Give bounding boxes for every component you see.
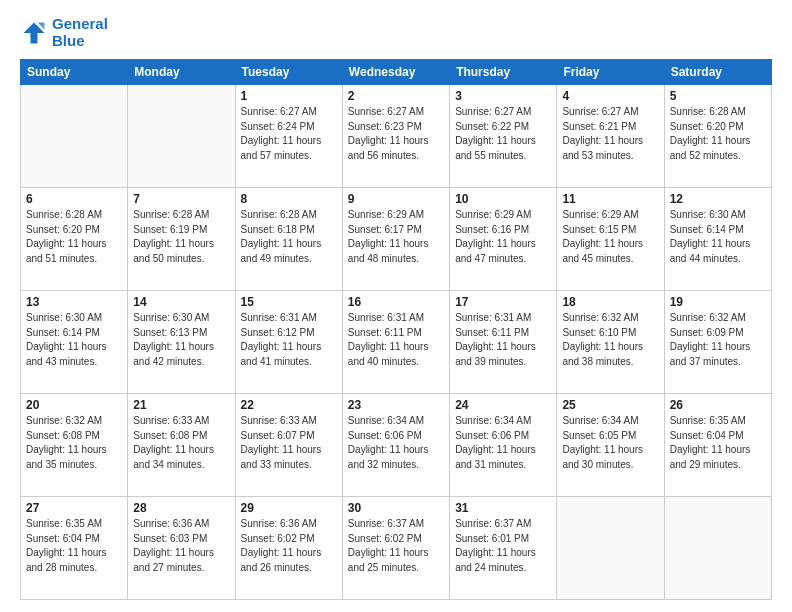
calendar-cell: 9Sunrise: 6:29 AM Sunset: 6:17 PM Daylig… — [342, 188, 449, 291]
calendar-cell: 24Sunrise: 6:34 AM Sunset: 6:06 PM Dayli… — [450, 394, 557, 497]
calendar-cell: 3Sunrise: 6:27 AM Sunset: 6:22 PM Daylig… — [450, 85, 557, 188]
day-number: 5 — [670, 89, 766, 103]
day-number: 6 — [26, 192, 122, 206]
day-number: 2 — [348, 89, 444, 103]
day-info: Sunrise: 6:28 AM Sunset: 6:20 PM Dayligh… — [670, 105, 766, 163]
day-number: 14 — [133, 295, 229, 309]
logo: General Blue — [20, 16, 108, 49]
day-number: 7 — [133, 192, 229, 206]
header-row: SundayMondayTuesdayWednesdayThursdayFrid… — [21, 60, 772, 85]
calendar-cell — [557, 497, 664, 600]
header-day: Saturday — [664, 60, 771, 85]
calendar-cell — [664, 497, 771, 600]
header-day: Thursday — [450, 60, 557, 85]
day-info: Sunrise: 6:27 AM Sunset: 6:21 PM Dayligh… — [562, 105, 658, 163]
calendar-cell: 11Sunrise: 6:29 AM Sunset: 6:15 PM Dayli… — [557, 188, 664, 291]
day-info: Sunrise: 6:33 AM Sunset: 6:07 PM Dayligh… — [241, 414, 337, 472]
page: General Blue SundayMondayTuesdayWednesda… — [0, 0, 792, 612]
calendar-cell: 26Sunrise: 6:35 AM Sunset: 6:04 PM Dayli… — [664, 394, 771, 497]
day-info: Sunrise: 6:29 AM Sunset: 6:16 PM Dayligh… — [455, 208, 551, 266]
day-info: Sunrise: 6:31 AM Sunset: 6:11 PM Dayligh… — [348, 311, 444, 369]
calendar-cell: 20Sunrise: 6:32 AM Sunset: 6:08 PM Dayli… — [21, 394, 128, 497]
calendar-body: 1Sunrise: 6:27 AM Sunset: 6:24 PM Daylig… — [21, 85, 772, 600]
day-info: Sunrise: 6:37 AM Sunset: 6:02 PM Dayligh… — [348, 517, 444, 575]
day-number: 30 — [348, 501, 444, 515]
day-info: Sunrise: 6:30 AM Sunset: 6:14 PM Dayligh… — [26, 311, 122, 369]
day-number: 1 — [241, 89, 337, 103]
calendar-week-row: 6Sunrise: 6:28 AM Sunset: 6:20 PM Daylig… — [21, 188, 772, 291]
calendar-week-row: 1Sunrise: 6:27 AM Sunset: 6:24 PM Daylig… — [21, 85, 772, 188]
calendar-cell: 17Sunrise: 6:31 AM Sunset: 6:11 PM Dayli… — [450, 291, 557, 394]
calendar-cell — [21, 85, 128, 188]
day-info: Sunrise: 6:32 AM Sunset: 6:09 PM Dayligh… — [670, 311, 766, 369]
day-number: 28 — [133, 501, 229, 515]
day-info: Sunrise: 6:28 AM Sunset: 6:19 PM Dayligh… — [133, 208, 229, 266]
calendar-cell: 2Sunrise: 6:27 AM Sunset: 6:23 PM Daylig… — [342, 85, 449, 188]
day-info: Sunrise: 6:34 AM Sunset: 6:06 PM Dayligh… — [348, 414, 444, 472]
calendar-cell: 23Sunrise: 6:34 AM Sunset: 6:06 PM Dayli… — [342, 394, 449, 497]
calendar-cell: 10Sunrise: 6:29 AM Sunset: 6:16 PM Dayli… — [450, 188, 557, 291]
calendar-header: SundayMondayTuesdayWednesdayThursdayFrid… — [21, 60, 772, 85]
day-info: Sunrise: 6:30 AM Sunset: 6:13 PM Dayligh… — [133, 311, 229, 369]
calendar-cell: 16Sunrise: 6:31 AM Sunset: 6:11 PM Dayli… — [342, 291, 449, 394]
day-number: 16 — [348, 295, 444, 309]
day-number: 19 — [670, 295, 766, 309]
day-number: 15 — [241, 295, 337, 309]
calendar-week-row: 13Sunrise: 6:30 AM Sunset: 6:14 PM Dayli… — [21, 291, 772, 394]
day-number: 23 — [348, 398, 444, 412]
day-number: 11 — [562, 192, 658, 206]
day-info: Sunrise: 6:35 AM Sunset: 6:04 PM Dayligh… — [26, 517, 122, 575]
day-number: 8 — [241, 192, 337, 206]
calendar-cell: 25Sunrise: 6:34 AM Sunset: 6:05 PM Dayli… — [557, 394, 664, 497]
day-info: Sunrise: 6:34 AM Sunset: 6:06 PM Dayligh… — [455, 414, 551, 472]
calendar-cell: 4Sunrise: 6:27 AM Sunset: 6:21 PM Daylig… — [557, 85, 664, 188]
day-info: Sunrise: 6:31 AM Sunset: 6:12 PM Dayligh… — [241, 311, 337, 369]
day-info: Sunrise: 6:31 AM Sunset: 6:11 PM Dayligh… — [455, 311, 551, 369]
calendar-week-row: 27Sunrise: 6:35 AM Sunset: 6:04 PM Dayli… — [21, 497, 772, 600]
calendar-week-row: 20Sunrise: 6:32 AM Sunset: 6:08 PM Dayli… — [21, 394, 772, 497]
day-info: Sunrise: 6:36 AM Sunset: 6:03 PM Dayligh… — [133, 517, 229, 575]
calendar-cell: 8Sunrise: 6:28 AM Sunset: 6:18 PM Daylig… — [235, 188, 342, 291]
day-number: 18 — [562, 295, 658, 309]
day-number: 21 — [133, 398, 229, 412]
day-info: Sunrise: 6:32 AM Sunset: 6:10 PM Dayligh… — [562, 311, 658, 369]
calendar-cell: 15Sunrise: 6:31 AM Sunset: 6:12 PM Dayli… — [235, 291, 342, 394]
calendar-cell: 21Sunrise: 6:33 AM Sunset: 6:08 PM Dayli… — [128, 394, 235, 497]
day-info: Sunrise: 6:37 AM Sunset: 6:01 PM Dayligh… — [455, 517, 551, 575]
calendar-cell — [128, 85, 235, 188]
calendar-cell: 6Sunrise: 6:28 AM Sunset: 6:20 PM Daylig… — [21, 188, 128, 291]
day-number: 17 — [455, 295, 551, 309]
calendar-cell: 22Sunrise: 6:33 AM Sunset: 6:07 PM Dayli… — [235, 394, 342, 497]
calendar-cell: 19Sunrise: 6:32 AM Sunset: 6:09 PM Dayli… — [664, 291, 771, 394]
logo-text: General Blue — [52, 16, 108, 49]
calendar-cell: 14Sunrise: 6:30 AM Sunset: 6:13 PM Dayli… — [128, 291, 235, 394]
day-info: Sunrise: 6:27 AM Sunset: 6:22 PM Dayligh… — [455, 105, 551, 163]
day-info: Sunrise: 6:28 AM Sunset: 6:18 PM Dayligh… — [241, 208, 337, 266]
calendar-cell: 1Sunrise: 6:27 AM Sunset: 6:24 PM Daylig… — [235, 85, 342, 188]
day-info: Sunrise: 6:32 AM Sunset: 6:08 PM Dayligh… — [26, 414, 122, 472]
day-number: 13 — [26, 295, 122, 309]
header: General Blue — [20, 16, 772, 49]
calendar-cell: 13Sunrise: 6:30 AM Sunset: 6:14 PM Dayli… — [21, 291, 128, 394]
calendar-cell: 30Sunrise: 6:37 AM Sunset: 6:02 PM Dayli… — [342, 497, 449, 600]
calendar-cell: 5Sunrise: 6:28 AM Sunset: 6:20 PM Daylig… — [664, 85, 771, 188]
day-info: Sunrise: 6:28 AM Sunset: 6:20 PM Dayligh… — [26, 208, 122, 266]
day-number: 31 — [455, 501, 551, 515]
day-info: Sunrise: 6:36 AM Sunset: 6:02 PM Dayligh… — [241, 517, 337, 575]
day-number: 26 — [670, 398, 766, 412]
day-info: Sunrise: 6:35 AM Sunset: 6:04 PM Dayligh… — [670, 414, 766, 472]
calendar-cell: 28Sunrise: 6:36 AM Sunset: 6:03 PM Dayli… — [128, 497, 235, 600]
day-number: 20 — [26, 398, 122, 412]
calendar-cell: 7Sunrise: 6:28 AM Sunset: 6:19 PM Daylig… — [128, 188, 235, 291]
day-number: 24 — [455, 398, 551, 412]
day-number: 27 — [26, 501, 122, 515]
header-day: Tuesday — [235, 60, 342, 85]
calendar-cell: 18Sunrise: 6:32 AM Sunset: 6:10 PM Dayli… — [557, 291, 664, 394]
day-info: Sunrise: 6:33 AM Sunset: 6:08 PM Dayligh… — [133, 414, 229, 472]
day-info: Sunrise: 6:34 AM Sunset: 6:05 PM Dayligh… — [562, 414, 658, 472]
day-number: 4 — [562, 89, 658, 103]
day-info: Sunrise: 6:27 AM Sunset: 6:24 PM Dayligh… — [241, 105, 337, 163]
calendar-cell: 29Sunrise: 6:36 AM Sunset: 6:02 PM Dayli… — [235, 497, 342, 600]
logo-icon — [20, 19, 48, 47]
header-day: Wednesday — [342, 60, 449, 85]
